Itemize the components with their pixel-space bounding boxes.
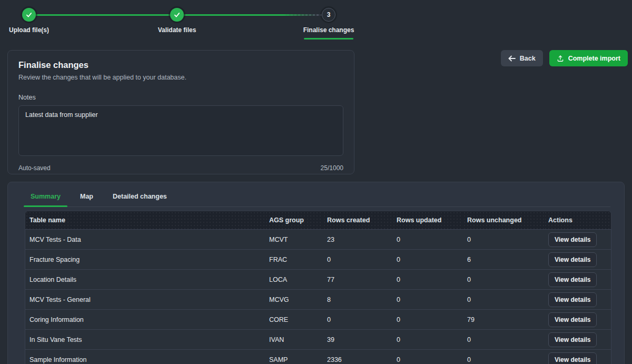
cell-rows-created: 0: [323, 249, 392, 269]
cell-rows-created: 77: [323, 269, 392, 289]
step-number: 3: [322, 8, 335, 22]
tab-summary[interactable]: Summary: [24, 188, 67, 206]
check-icon: [22, 8, 36, 22]
cell-rows-created: 39: [323, 329, 392, 349]
cell-table-name: Sample Information: [25, 349, 265, 364]
cell-rows-updated: 0: [392, 349, 463, 364]
col-ags-group: AGS group: [265, 211, 323, 229]
cell-table-name: MCV Tests - General: [25, 289, 265, 309]
tab-map[interactable]: Map: [73, 188, 100, 206]
view-details-button[interactable]: View details: [548, 292, 597, 307]
cell-ags-group: IVAN: [265, 329, 323, 349]
col-rows-created: Rows created: [323, 211, 392, 229]
step-finalise-changes[interactable]: 3 Finalise changes: [287, 8, 371, 40]
cell-rows-unchanged: 0: [463, 229, 544, 249]
cell-rows-updated: 0: [392, 309, 463, 329]
cell-rows-updated: 0: [392, 289, 463, 309]
cell-rows-updated: 0: [392, 229, 463, 249]
table-row: MCV Tests - Data MCVT 23 0 0 View detail…: [25, 229, 611, 249]
cell-ags-group: SAMP: [265, 349, 323, 364]
cell-table-name: Location Details: [25, 269, 265, 289]
card-title: Finalise changes: [18, 60, 343, 70]
cell-actions: View details: [544, 229, 611, 249]
cell-rows-unchanged: 79: [463, 309, 544, 329]
cell-table-name: In Situ Vane Tests: [25, 329, 265, 349]
step-upload-files[interactable]: Upload file(s): [0, 8, 71, 34]
cell-rows-unchanged: 0: [463, 329, 544, 349]
cell-rows-created: 8: [323, 289, 392, 309]
cell-table-name: Coring Information: [25, 309, 265, 329]
cell-actions: View details: [544, 309, 611, 329]
step-label: Upload file(s): [0, 26, 71, 34]
cell-actions: View details: [544, 269, 611, 289]
col-rows-updated: Rows updated: [392, 211, 463, 229]
col-table-name: Table name: [25, 211, 265, 229]
notes-footer: Auto-saved 25/1000: [18, 164, 343, 172]
tab-detailed-changes[interactable]: Detailed changes: [106, 188, 174, 206]
cell-ags-group: MCVT: [265, 229, 323, 249]
view-details-button[interactable]: View details: [548, 312, 597, 327]
step-label: Finalise changes: [287, 26, 371, 34]
view-details-button[interactable]: View details: [548, 232, 597, 247]
view-details-button[interactable]: View details: [548, 272, 597, 287]
summary-panel: Summary Map Detailed changes Table name …: [7, 182, 625, 364]
view-details-button[interactable]: View details: [548, 252, 597, 267]
cell-table-name: MCV Tests - Data: [25, 229, 265, 249]
cell-ags-group: FRAC: [265, 249, 323, 269]
top-actions: Back Complete import: [501, 50, 628, 66]
step-label: Validate files: [135, 26, 219, 34]
summary-table: Table name AGS group Rows created Rows u…: [25, 211, 611, 364]
notes-label: Notes: [18, 94, 343, 101]
cell-rows-updated: 0: [392, 269, 463, 289]
char-count: 25/1000: [321, 164, 343, 172]
cell-ags-group: CORE: [265, 309, 323, 329]
cell-rows-created: 0: [323, 309, 392, 329]
table-row: Coring Information CORE 0 0 79 View deta…: [25, 309, 611, 329]
autosave-status: Auto-saved: [18, 164, 51, 172]
complete-import-label: Complete import: [568, 55, 620, 62]
check-icon: [170, 8, 184, 22]
card-subtitle: Review the changes that will be applied …: [18, 74, 343, 81]
back-button[interactable]: Back: [501, 50, 543, 66]
cell-table-name: Fracture Spacing: [25, 249, 265, 269]
stepper: Upload file(s) Validate files 3 Finalise…: [0, 0, 632, 43]
col-actions: Actions: [544, 211, 611, 229]
table-row: MCV Tests - General MCVG 8 0 0 View deta…: [25, 289, 611, 309]
complete-import-button[interactable]: Complete import: [549, 50, 628, 66]
back-button-label: Back: [520, 55, 536, 62]
finalise-changes-card: Finalise changes Review the changes that…: [7, 50, 354, 174]
cell-actions: View details: [544, 349, 611, 364]
cell-rows-unchanged: 0: [463, 289, 544, 309]
cell-rows-created: 23: [323, 229, 392, 249]
cell-ags-group: LOCA: [265, 269, 323, 289]
cell-rows-unchanged: 0: [463, 349, 544, 364]
notes-textarea[interactable]: Latest data from supplier: [18, 105, 343, 156]
col-rows-unchanged: Rows unchanged: [463, 211, 544, 229]
summary-table-body: MCV Tests - Data MCVT 23 0 0 View detail…: [25, 229, 611, 364]
cell-actions: View details: [544, 329, 611, 349]
cell-rows-unchanged: 0: [463, 269, 544, 289]
arrow-left-icon: [508, 55, 516, 62]
cell-actions: View details: [544, 249, 611, 269]
table-header-row: Table name AGS group Rows created Rows u…: [25, 211, 611, 229]
table-row: Sample Information SAMP 2336 0 0 View de…: [25, 349, 611, 364]
cell-rows-unchanged: 6: [463, 249, 544, 269]
cell-rows-updated: 0: [392, 329, 463, 349]
cell-actions: View details: [544, 289, 611, 309]
table-row: Fracture Spacing FRAC 0 0 6 View details: [25, 249, 611, 269]
table-row: In Situ Vane Tests IVAN 39 0 0 View deta…: [25, 329, 611, 349]
cell-rows-updated: 0: [392, 249, 463, 269]
tabs: Summary Map Detailed changes: [24, 188, 610, 207]
table-row: Location Details LOCA 77 0 0 View detail…: [25, 269, 611, 289]
view-details-button[interactable]: View details: [548, 352, 597, 364]
cell-ags-group: MCVG: [265, 289, 323, 309]
upload-icon: [557, 55, 564, 62]
view-details-button[interactable]: View details: [548, 332, 597, 347]
active-step-underline: [304, 38, 353, 40]
cell-rows-created: 2336: [323, 349, 392, 364]
step-validate-files[interactable]: Validate files: [135, 8, 219, 34]
